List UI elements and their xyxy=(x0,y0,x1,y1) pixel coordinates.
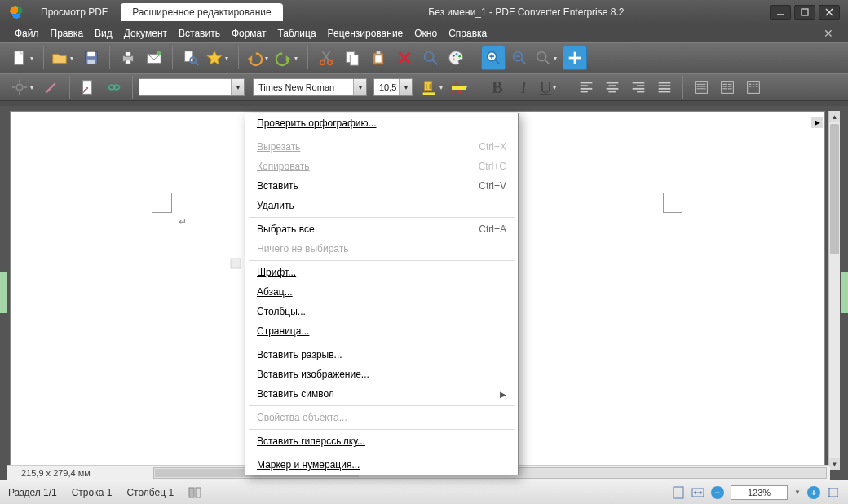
svg-point-31 xyxy=(425,52,434,61)
italic-button[interactable]: I xyxy=(511,75,536,99)
bold-button[interactable]: B xyxy=(485,75,510,99)
paste-button[interactable] xyxy=(366,46,391,70)
right-panel-handle[interactable] xyxy=(841,106,848,480)
style-combo[interactable]: ▾ xyxy=(139,78,245,96)
clipboard-side-icon xyxy=(229,257,242,270)
fit-button[interactable] xyxy=(563,46,587,70)
zoom-level-button[interactable]: ▾ xyxy=(533,46,561,70)
menu-table[interactable]: Таблица xyxy=(278,28,316,39)
nav-right-icon[interactable]: ▶ xyxy=(811,117,823,128)
svg-rect-107 xyxy=(231,259,241,268)
svg-rect-97 xyxy=(674,487,683,498)
cut-button[interactable] xyxy=(314,46,338,70)
svg-rect-95 xyxy=(189,488,194,497)
svg-marker-17 xyxy=(207,51,222,65)
minimize-button[interactable] xyxy=(770,5,791,20)
menu-object-props: Свойства объекта... xyxy=(245,408,518,427)
layout-mode-icon[interactable] xyxy=(188,486,201,499)
close-button[interactable] xyxy=(819,5,840,20)
toolbar-main: ▾ ▾ ▾ ▾ ▾ ▾ xyxy=(0,42,848,73)
document-tool-button[interactable] xyxy=(76,75,100,99)
redo-button[interactable]: ▾ xyxy=(274,46,302,70)
menu-insert-link[interactable]: Вставить гиперссылку... xyxy=(245,431,518,451)
align-justify-button[interactable] xyxy=(652,75,677,99)
open-button[interactable]: ▾ xyxy=(50,46,77,70)
fit-width-icon[interactable] xyxy=(691,486,704,499)
menu-document[interactable]: Документ xyxy=(124,28,167,39)
menu-insert[interactable]: Вставить xyxy=(179,28,220,39)
menu-delete[interactable]: Удалить xyxy=(245,196,518,215)
zoom-out-status-button[interactable]: − xyxy=(711,486,724,499)
settings-button[interactable]: ▾ xyxy=(10,75,38,99)
align-left-button[interactable] xyxy=(574,75,598,99)
menu-paste[interactable]: ВставитьCtrl+V xyxy=(245,176,518,196)
svg-rect-11 xyxy=(125,60,130,64)
menu-bullets[interactable]: Маркер и нумерация... xyxy=(245,455,518,475)
undo-button[interactable]: ▾ xyxy=(245,46,272,70)
menu-font[interactable]: Шрифт... xyxy=(245,263,518,282)
menu-edit[interactable]: Правка xyxy=(51,28,84,39)
svg-point-33 xyxy=(453,55,455,57)
svg-rect-1 xyxy=(802,9,808,15)
menu-insert-symbol[interactable]: Вставить символ▶ xyxy=(245,384,518,404)
svg-point-106 xyxy=(837,496,838,497)
svg-rect-27 xyxy=(376,51,381,55)
highlight-color-button[interactable]: H▾ xyxy=(419,75,447,99)
edit-tool-button[interactable] xyxy=(39,75,64,99)
svg-point-13 xyxy=(157,51,161,56)
menu-review[interactable]: Рецензирование xyxy=(328,28,404,39)
menu-file[interactable]: Файл xyxy=(15,28,39,39)
svg-point-44 xyxy=(537,52,546,61)
print-button[interactable] xyxy=(116,46,140,70)
columns-3-button[interactable] xyxy=(741,75,766,99)
zoom-in-status-button[interactable]: + xyxy=(807,486,820,499)
new-button[interactable]: ▾ xyxy=(10,46,38,70)
app-logo xyxy=(10,6,23,19)
menu-select-all[interactable]: Выбрать всеCtrl+A xyxy=(245,219,518,239)
menu-spellcheck[interactable]: Проверить орфографию... xyxy=(245,113,518,133)
email-button[interactable] xyxy=(142,46,166,70)
menu-window[interactable]: Окно xyxy=(414,28,437,39)
save-button[interactable] xyxy=(79,46,104,70)
close-document-icon[interactable]: ✕ xyxy=(824,27,833,40)
menu-format[interactable]: Формат xyxy=(232,28,267,39)
zoom-value[interactable]: 123% xyxy=(731,485,788,500)
zoom-tool-button[interactable] xyxy=(418,46,443,70)
color-palette-button[interactable] xyxy=(444,46,469,70)
tab-view-pdf[interactable]: Просмотр PDF xyxy=(29,3,119,21)
zoom-dropdown-icon[interactable]: ▼ xyxy=(794,489,801,496)
svg-point-104 xyxy=(837,488,838,489)
menu-insert-break[interactable]: Вставить разрыв... xyxy=(245,345,518,365)
fullscreen-icon[interactable] xyxy=(827,486,840,499)
font-combo[interactable]: Times New Roman▾ xyxy=(253,78,367,96)
align-center-button[interactable] xyxy=(600,75,625,99)
underline-button[interactable]: U▾ xyxy=(537,75,562,99)
favorites-button[interactable]: ▾ xyxy=(205,46,232,70)
font-size-combo[interactable]: 10,5▾ xyxy=(373,78,413,96)
zoom-in-button[interactable] xyxy=(481,46,506,70)
svg-rect-76 xyxy=(696,82,708,94)
window-title: Без имени_1 - PDF Converter Enterprise 8… xyxy=(285,7,768,18)
align-right-button[interactable] xyxy=(626,75,651,99)
menu-insert-image[interactable]: Вставить изображение... xyxy=(245,365,518,384)
menu-help[interactable]: Справка xyxy=(448,28,487,39)
svg-rect-7 xyxy=(87,52,95,56)
maximize-button[interactable] xyxy=(794,5,815,20)
menu-columns[interactable]: Столбцы... xyxy=(245,302,518,321)
link-tool-button[interactable] xyxy=(102,75,126,99)
left-panel-handle[interactable] xyxy=(0,106,7,480)
menu-paragraph[interactable]: Абзац... xyxy=(245,282,518,302)
tab-advanced-edit[interactable]: Расширенное редактирование xyxy=(121,3,283,21)
columns-1-button[interactable] xyxy=(689,75,713,99)
font-color-button[interactable]: A▾ xyxy=(448,75,473,99)
menu-view[interactable]: Вид xyxy=(95,28,113,39)
svg-line-40 xyxy=(496,60,500,64)
copy-button[interactable] xyxy=(340,46,364,70)
fit-page-icon[interactable] xyxy=(672,486,685,499)
delete-button[interactable] xyxy=(392,46,417,70)
zoom-out-button[interactable] xyxy=(507,46,532,70)
find-button[interactable] xyxy=(179,46,203,70)
columns-2-button[interactable] xyxy=(715,75,740,99)
vertical-scrollbar[interactable]: ▲ ▼ xyxy=(828,111,840,470)
menu-page[interactable]: Страница... xyxy=(245,321,518,341)
